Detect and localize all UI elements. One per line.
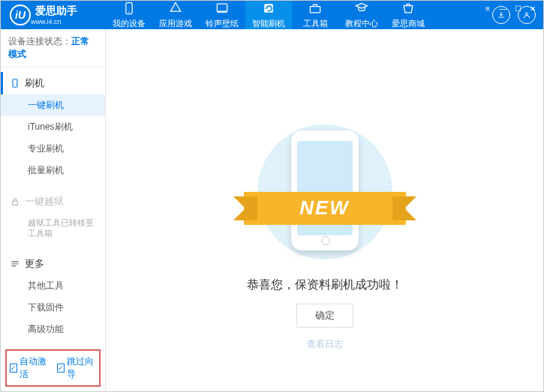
section-header-more[interactable]: 更多: [1, 253, 105, 275]
tab-ringtones[interactable]: 铃声壁纸: [199, 1, 245, 29]
section-title: 刷机: [25, 76, 44, 90]
sidebar-item-pro-flash[interactable]: 专业刷机: [1, 138, 105, 160]
sidebar-item-batch-flash[interactable]: 批量刷机: [1, 160, 105, 181]
sidebar-item-onekey-flash[interactable]: 一键刷机: [1, 94, 105, 116]
check-icon: ✓: [10, 364, 17, 373]
nav-label: 铃声壁纸: [206, 18, 239, 29]
options-row: ✓ 自动激活 ✓ 跳过向导: [5, 349, 101, 387]
success-illustration: NEW: [250, 117, 400, 267]
check-icon: ✓: [57, 364, 65, 373]
view-log-link[interactable]: 查看日志: [307, 338, 343, 351]
store-icon: [401, 1, 416, 16]
tab-toolbox[interactable]: 工具箱: [292, 1, 338, 29]
tab-smart-flash[interactable]: 智能刷机: [245, 1, 292, 29]
note-line: 越狱工具已转移至: [28, 217, 99, 228]
svg-rect-2: [217, 4, 227, 11]
main-content: NEW 恭喜您，保资料刷机成功啦！ 确定 查看日志: [106, 29, 543, 392]
checkbox-skip-guide[interactable]: ✓ 跳过向导: [57, 355, 97, 381]
nav-label: 我的设备: [113, 18, 146, 29]
svg-rect-5: [310, 7, 320, 13]
nav-label: 教程中心: [345, 18, 378, 29]
logo-area: iU 爱思助手 www.i4.cn: [1, 4, 106, 25]
checkbox-auto-activate[interactable]: ✓ 自动激活: [10, 355, 50, 381]
app-name: 爱思助手: [35, 4, 77, 18]
section-jailbreak: 一键越狱 越狱工具已转移至 工具箱: [1, 186, 105, 248]
sidebar-item-itunes-flash[interactable]: iTunes刷机: [1, 116, 105, 138]
toolbox-icon: [308, 1, 323, 16]
titlebar: iU 爱思助手 www.i4.cn 我的设备 应用游戏 铃声壁纸 智能刷机: [1, 1, 543, 29]
menu-button[interactable]: ≡: [481, 3, 494, 13]
lock-icon: [10, 196, 20, 207]
sidebar-item-jailbreak-note: 越狱工具已转移至 工具箱: [1, 213, 105, 244]
tab-my-device[interactable]: 我的设备: [106, 1, 152, 29]
app-window: ≡ — ☐ ✕ iU 爱思助手 www.i4.cn 我的设备 应用游戏 铃声壁纸: [0, 0, 544, 392]
flash-icon: [261, 1, 276, 16]
logo-icon: iU: [10, 4, 31, 25]
window-controls: ≡ — ☐ ✕: [481, 3, 539, 13]
sidebar-item-other-tools[interactable]: 其他工具: [1, 275, 105, 297]
section-header-jailbreak: 一键越狱: [1, 190, 105, 213]
sidebar-item-download-firmware[interactable]: 下载固件: [1, 297, 105, 319]
svg-point-1: [128, 11, 130, 13]
checkbox-label: 自动激活: [20, 355, 49, 381]
nav-tabs: 我的设备 应用游戏 铃声壁纸 智能刷机 工具箱 教程中心: [106, 1, 431, 29]
phone-graphic: [291, 130, 359, 250]
device-icon: [122, 1, 137, 16]
close-button[interactable]: ✕: [526, 3, 539, 13]
maximize-button[interactable]: ☐: [511, 3, 524, 13]
body: 设备连接状态：正常模式 刷机 一键刷机 iTunes刷机 专业刷机 批量刷机 一…: [1, 29, 543, 392]
success-message: 恭喜您，保资料刷机成功啦！: [247, 277, 403, 293]
status-label: 设备连接状态：: [8, 36, 71, 46]
nav-label: 爱思商城: [392, 18, 425, 29]
new-ribbon: NEW: [244, 192, 406, 225]
section-title: 一键越狱: [25, 195, 64, 208]
tab-apps-games[interactable]: 应用游戏: [152, 1, 199, 29]
ok-button[interactable]: 确定: [296, 304, 353, 328]
section-title: 更多: [25, 257, 44, 271]
app-url: www.i4.cn: [31, 18, 77, 25]
tab-tutorials[interactable]: 教程中心: [338, 1, 385, 29]
phone-icon: [10, 78, 20, 88]
tab-store[interactable]: 爱思商城: [385, 1, 431, 29]
list-icon: [10, 259, 20, 269]
sidebar-item-advanced[interactable]: 高级功能: [1, 319, 105, 340]
note-line: 工具箱: [28, 228, 99, 238]
sidebar: 设备连接状态：正常模式 刷机 一键刷机 iTunes刷机 专业刷机 批量刷机 一…: [1, 29, 106, 392]
svg-rect-8: [13, 201, 18, 205]
section-more: 更多 其他工具 下载固件 高级功能: [1, 248, 105, 345]
nav-label: 工具箱: [303, 18, 328, 29]
tutorial-icon: [354, 1, 369, 16]
section-header-flash[interactable]: 刷机: [1, 72, 105, 94]
svg-rect-3: [217, 11, 227, 13]
svg-rect-7: [13, 79, 17, 88]
nav-label: 应用游戏: [159, 18, 192, 29]
connection-status: 设备连接状态：正常模式: [1, 29, 105, 67]
nav-label: 智能刷机: [252, 18, 285, 29]
section-flash: 刷机 一键刷机 iTunes刷机 专业刷机 批量刷机: [1, 67, 105, 186]
checkbox-label: 跳过向导: [67, 355, 96, 381]
minimize-button[interactable]: —: [496, 3, 509, 13]
wallpaper-icon: [215, 1, 230, 16]
apps-icon: [168, 1, 183, 16]
